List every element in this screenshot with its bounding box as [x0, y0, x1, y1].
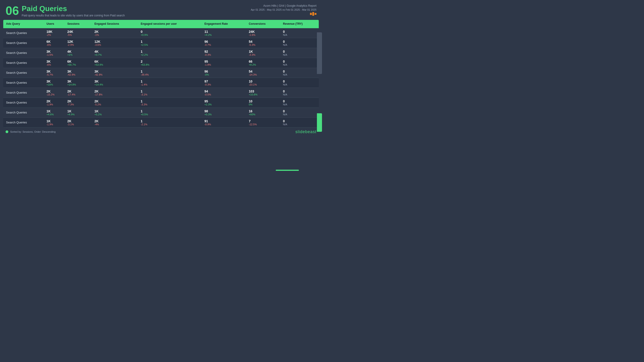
col-engaged-sessions-per-user: Engaged sessions per user — [138, 20, 202, 28]
table-cell: 2K-4% — [92, 117, 138, 127]
page-number: 06 — [6, 5, 19, 17]
table-cell: 12K-2.9% — [64, 38, 92, 48]
report-name: Acorn Hills | GA4 | Google Analytics Rep… — [263, 4, 316, 7]
col-conversions: Conversions — [246, 20, 280, 28]
table-cell: 1+2.5% — [138, 38, 202, 48]
table-cell: 1K-3.3% — [246, 48, 280, 58]
table-cell: 1-39.4% — [138, 68, 202, 78]
table-cell: 2+63.8% — [138, 58, 202, 68]
ads-query-cell: Search Queries — [3, 107, 44, 117]
table-cell: 2K-7.3% — [64, 97, 92, 107]
footer: Sorted by: Sessions, Order: Descending s… — [0, 128, 322, 136]
table-cell: 1K+4.6% — [44, 107, 64, 117]
table-cell: 0N/A — [280, 28, 319, 38]
table-cell: 4K+1% — [64, 48, 92, 58]
ads-query-cell: Search Queries — [3, 58, 44, 68]
table-cell: 18K-2% — [44, 28, 64, 38]
ads-query-cell: Search Queries — [3, 68, 44, 78]
table-cell: 92-0.3% — [202, 48, 246, 58]
table-cell: 0N/A — [280, 58, 319, 68]
table-cell: 2K-3.1% — [64, 117, 92, 127]
table-cell: 1K+5.2% — [92, 107, 138, 117]
page-subtitle: Paid query results that leads to site vi… — [22, 14, 125, 17]
table-row: Search Queries6K-6%12K-2.9%12K-3.6%1+2.5… — [3, 38, 319, 48]
table-cell: 12K-3.6% — [92, 38, 138, 48]
table-cell: 100% — [246, 97, 280, 107]
data-table: Ads Query Users Sessions Engaged Session… — [3, 20, 319, 128]
sort-label: Sorted by: Sessions, Order: Descending — [10, 130, 56, 133]
ads-query-cell: Search Queries — [3, 117, 44, 127]
table-cell: 103+10.8% — [246, 88, 280, 97]
table-cell: 95+2.3% — [202, 97, 246, 107]
table-cell: 0+0.9% — [138, 28, 202, 38]
header-left: 06 Paid Queries Paid query results that … — [6, 4, 125, 17]
ads-query-cell: Search Queries — [3, 97, 44, 107]
col-engaged-sessions: Engaged Sessions — [92, 20, 138, 28]
table-row: Search Queries3K-1.5%4K+1%4K+0.7%1+2.2%9… — [3, 48, 319, 58]
table-row: Search Queries18K-2%24K-5%2K-1%0+0.9%11+… — [3, 28, 319, 38]
sort-info: Sorted by: Sessions, Order: Descending — [6, 130, 56, 133]
table-cell: 3K+14.8% — [64, 78, 92, 88]
table-cell: 0N/A — [280, 107, 319, 117]
table-cell: 3K-42.9% — [64, 68, 92, 78]
table-cell: 1+2.2% — [138, 48, 202, 58]
col-users: Users — [44, 20, 64, 28]
table-header-row: Ads Query Users Sessions Engaged Session… — [3, 20, 319, 28]
table-cell: 0N/A — [280, 88, 319, 97]
table-cell: 0N/A — [280, 38, 319, 48]
table-cell: 96-0.7% — [202, 38, 246, 48]
page-title: Paid Queries — [22, 4, 125, 13]
table-cell: 0N/A — [280, 68, 319, 78]
table-cell: 2K-5.2% — [92, 97, 138, 107]
table-cell: 97-0.3% — [202, 78, 246, 88]
table-cell: 2K-17.8% — [92, 88, 138, 97]
table-cell: 54-14.3% — [246, 68, 280, 78]
table-cell: 6K-6% — [44, 38, 64, 48]
analytics-icon — [310, 12, 316, 16]
header: 06 Paid Queries Paid query results that … — [0, 0, 322, 20]
table-row: Search Queries3K-6%6K+56.7%6K+53.9%2+63.… — [3, 58, 319, 68]
table-cell: 66+8.2% — [246, 58, 280, 68]
table-row: Search Queries1K+4.6%1K+4.9%1K+5.2%1+0.5… — [3, 107, 319, 117]
table-cell: 96-0% — [202, 68, 246, 78]
table-row: Search Queries3K+16%3K+14.8%3K+14.4%1-1.… — [3, 78, 319, 88]
table-cell: 3K-1.5% — [44, 48, 64, 58]
table-cell: 10-23.1% — [246, 78, 280, 88]
table-cell: 94-0.5% — [202, 88, 246, 97]
table-cell: 2K-1.9% — [44, 97, 64, 107]
col-ads-query: Ads Query — [3, 20, 44, 28]
table-row: Search Queries1K-1.9%2K-3.1%2K-4%1-2.1%9… — [3, 117, 319, 127]
ads-query-cell: Search Queries — [3, 38, 44, 48]
table-cell: 2K-17.4% — [64, 88, 92, 97]
table-row: Search Queries2K-1.9%2K-7.3%2K-5.2%1-3.3… — [3, 97, 319, 107]
ads-query-cell: Search Queries — [3, 48, 44, 58]
table-cell: 1-1.4% — [138, 78, 202, 88]
table-cell: 1-2.1% — [138, 117, 202, 127]
table-cell: 6K+56.7% — [64, 58, 92, 68]
table-cell: 1-3.1% — [138, 88, 202, 97]
table-cell: 0N/A — [280, 117, 319, 127]
col-engagement-rate: Engagement Rate — [202, 20, 246, 28]
table-cell: 1K+4.9% — [64, 107, 92, 117]
table-cell: 16+60% — [246, 107, 280, 117]
right-tab-gray — [317, 32, 322, 74]
table-cell: 24K-5% — [64, 28, 92, 38]
table-cell: 1+0.5% — [138, 107, 202, 117]
table-cell: 0N/A — [280, 48, 319, 58]
table-cell: 6K+53.9% — [92, 58, 138, 68]
table-row: Search Queries2K-15.2%2K-17.4%2K-17.8%1-… — [3, 88, 319, 97]
scroll-indicator — [276, 170, 299, 171]
table-cell: 1K-1.9% — [44, 117, 64, 127]
table-cell: 4K+0.7% — [92, 48, 138, 58]
col-sessions: Sessions — [64, 20, 92, 28]
table-cell: 91-0.9% — [202, 117, 246, 127]
green-dot-icon — [6, 130, 8, 133]
ads-query-cell: Search Queries — [3, 78, 44, 88]
title-block: Paid Queries Paid query results that lea… — [22, 4, 125, 17]
table-cell: 3K-42.9% — [92, 68, 138, 78]
table-cell: 3K-5.7% — [44, 68, 64, 78]
right-tab-green — [317, 113, 322, 132]
table-cell: 11+4.2% — [202, 28, 246, 38]
header-right: Acorn Hills | GA4 | Google Analytics Rep… — [251, 4, 316, 16]
report-dates: Apr 01 2025 - May 01 2025 vs Feb 01 2025… — [251, 8, 316, 11]
